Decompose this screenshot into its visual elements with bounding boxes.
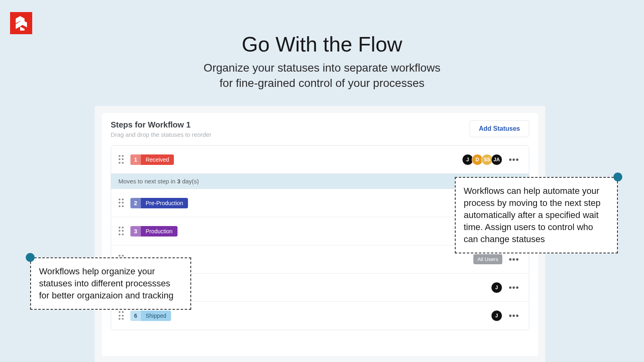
- status-number: 3: [130, 226, 141, 237]
- assignee-avatars[interactable]: J: [491, 282, 502, 293]
- svg-marker-5: [20, 27, 25, 31]
- page-title: Go With the Flow: [0, 32, 644, 56]
- status-chip[interactable]: 6Shipped: [130, 311, 171, 321]
- avatar[interactable]: J: [491, 282, 502, 293]
- app-logo: [10, 12, 32, 34]
- status-number: 6: [130, 311, 141, 321]
- status-label: Shipped: [141, 311, 171, 321]
- panel-header: Steps for Workflow 1 Drag and drop the s…: [102, 113, 538, 142]
- add-statuses-button[interactable]: Add Statuses: [470, 120, 529, 137]
- avatar[interactable]: JA: [491, 154, 502, 165]
- assignee-avatars[interactable]: J: [491, 310, 502, 321]
- drag-handle-icon[interactable]: ••••••: [118, 311, 125, 321]
- drag-handle-icon[interactable]: ••••••: [118, 154, 125, 165]
- logo-icon: [13, 15, 29, 31]
- assignee-avatars[interactable]: JDSSJA: [462, 154, 502, 165]
- drag-handle-icon[interactable]: ••••••: [118, 198, 125, 208]
- status-number: 2: [130, 198, 141, 208]
- callout-automate: Workflows can help automate your process…: [455, 177, 618, 253]
- status-row[interactable]: ••••••1ReceivedJDSSJA•••: [111, 146, 529, 174]
- callout-dot-icon: [26, 253, 35, 262]
- panel-subtitle: Drag and drop the statuses to reorder: [111, 131, 211, 138]
- status-label: Pre-Production: [141, 198, 188, 208]
- drag-handle-icon[interactable]: ••••••: [118, 226, 125, 237]
- page-subtitle: Organize your statuses into separate wor…: [0, 60, 644, 91]
- status-chip[interactable]: 1Received: [130, 154, 174, 165]
- status-number: 1: [130, 154, 141, 165]
- callout-organize: Workflows help organize your statuses in…: [30, 257, 191, 310]
- callout-dot-icon: [613, 173, 622, 181]
- svg-marker-3: [23, 20, 27, 27]
- panel-title: Steps for Workflow 1: [111, 120, 211, 130]
- status-label: Received: [141, 154, 174, 165]
- all-users-chip[interactable]: All Users: [473, 254, 502, 264]
- avatar[interactable]: J: [491, 310, 502, 321]
- status-chip[interactable]: 3Production: [130, 226, 178, 237]
- status-chip[interactable]: 2Pre-Production: [130, 198, 188, 208]
- status-label: Production: [141, 226, 178, 237]
